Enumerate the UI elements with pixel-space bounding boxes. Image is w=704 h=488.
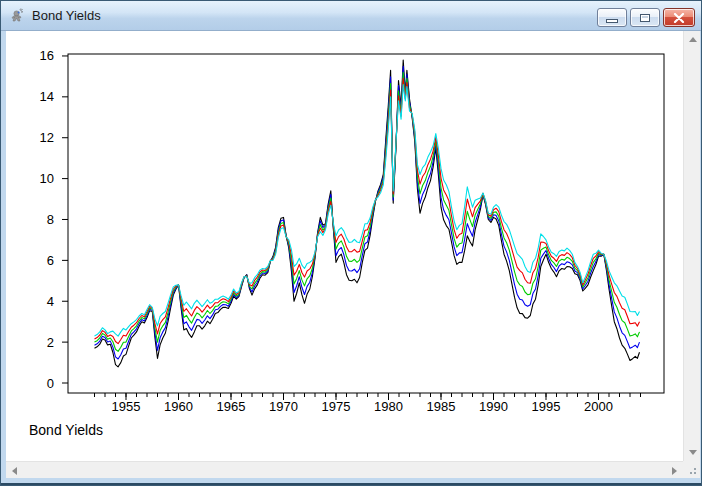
x-tick-label: 1965 bbox=[217, 399, 246, 414]
x-tick-label: 1995 bbox=[532, 399, 561, 414]
x-tick-label: 1990 bbox=[479, 399, 508, 414]
x-tick-label: 1955 bbox=[112, 399, 141, 414]
x-tick-label: 1970 bbox=[269, 399, 298, 414]
series-line-red bbox=[95, 78, 640, 343]
maximize-button[interactable] bbox=[630, 8, 660, 27]
window-bottom-edge bbox=[1, 483, 702, 485]
window-controls bbox=[597, 8, 695, 27]
bond-yields-chart: 0246810121416195519601965197019751980198… bbox=[6, 31, 683, 461]
series-line-green bbox=[95, 72, 640, 351]
series-line-black bbox=[95, 60, 640, 367]
horizontal-scrollbar[interactable] bbox=[6, 461, 683, 478]
y-tick-label: 10 bbox=[40, 171, 54, 186]
series-line-blue bbox=[95, 66, 640, 359]
y-tick-label: 2 bbox=[47, 335, 54, 350]
axes bbox=[62, 54, 664, 400]
resize-grip[interactable] bbox=[683, 461, 700, 478]
plot-client-area: 0246810121416195519601965197019751980198… bbox=[6, 31, 683, 461]
y-tick-label: 4 bbox=[47, 294, 54, 309]
minimize-button[interactable] bbox=[597, 8, 627, 27]
scroll-right-icon[interactable] bbox=[672, 467, 677, 475]
close-icon bbox=[673, 13, 685, 23]
window-title: Bond Yields bbox=[32, 1, 101, 31]
series-line-cyan bbox=[95, 85, 640, 337]
x-tick-label: 2000 bbox=[584, 399, 613, 414]
x-tick-label: 1980 bbox=[374, 399, 403, 414]
vertical-scrollbar[interactable] bbox=[683, 31, 700, 461]
window-icon[interactable] bbox=[10, 8, 26, 24]
y-tick-label: 16 bbox=[40, 48, 54, 63]
scroll-up-icon[interactable] bbox=[689, 37, 697, 42]
bond-yields-window: Bond Yields 0246810121416195519601965197… bbox=[0, 0, 702, 486]
maximize-icon bbox=[640, 14, 650, 22]
y-tick-label: 8 bbox=[47, 212, 54, 227]
y-tick-label: 12 bbox=[40, 130, 54, 145]
titlebar[interactable]: Bond Yields bbox=[1, 1, 702, 31]
y-tick-label: 0 bbox=[47, 376, 54, 391]
x-tick-label: 1975 bbox=[322, 399, 351, 414]
y-tick-label: 14 bbox=[40, 89, 54, 104]
scroll-down-icon[interactable] bbox=[689, 450, 697, 455]
x-tick-label: 1985 bbox=[427, 399, 456, 414]
close-button[interactable] bbox=[663, 8, 695, 27]
chart-footer-label: Bond Yields bbox=[29, 422, 103, 438]
minimize-icon bbox=[606, 19, 618, 23]
scroll-left-icon[interactable] bbox=[12, 467, 17, 475]
x-tick-label: 1960 bbox=[164, 399, 193, 414]
y-tick-label: 6 bbox=[47, 253, 54, 268]
series-lines bbox=[95, 60, 640, 367]
